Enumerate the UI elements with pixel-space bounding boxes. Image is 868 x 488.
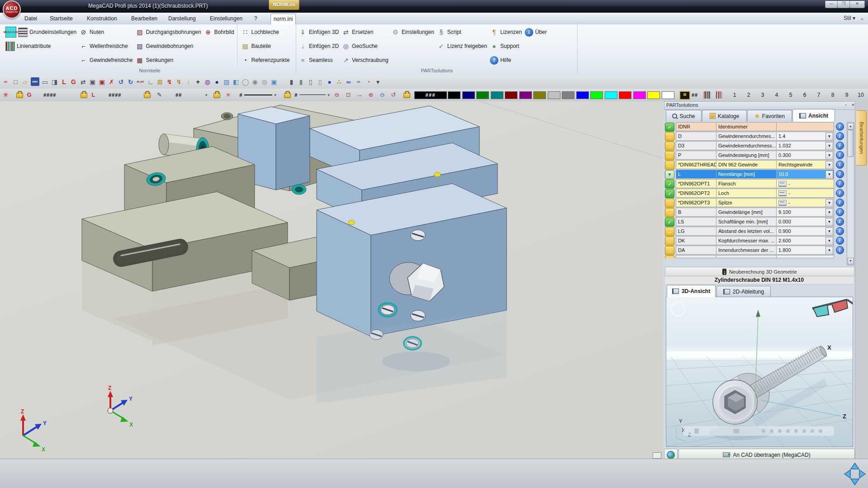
pen-number-7[interactable]: 7: [813, 91, 824, 99]
axes-icon[interactable]: ∟: [147, 77, 154, 86]
value-dropdown-icon[interactable]: ▼: [825, 208, 833, 217]
sphere-ring-icon[interactable]: ◎: [261, 77, 268, 86]
info-button[interactable]: i: [836, 170, 844, 178]
value-dropdown-icon[interactable]: ▼: [825, 218, 833, 226]
param-value[interactable]: [777, 122, 834, 131]
table-row--din962opt3[interactable]: →*DIN962OPT3Spitze-▼i: [665, 198, 846, 207]
line-width-select[interactable]: # ▾: [291, 91, 333, 99]
ribbon-item-einstellungen[interactable]: ⚙Einstellungen: [391, 26, 434, 38]
sphere-dark-icon[interactable]: ●: [213, 77, 221, 86]
ribbon-item-einfügen-2d[interactable]: ↓Einfügen 2D: [299, 40, 339, 52]
ribbon-item-nuten[interactable]: ⊘Nuten: [79, 26, 133, 38]
sphere-net-icon[interactable]: ◍: [204, 77, 211, 86]
ribbon-item-linienattribute[interactable]: Linienattribute: [5, 40, 76, 52]
table-row-l[interactable]: ▼LNennlänge [mm]10.0▼i: [665, 170, 846, 179]
cad-viewport[interactable]: Z Y X Z Y X: [0, 101, 664, 459]
doc-g-icon[interactable]: G: [25, 91, 33, 99]
info-button[interactable]: i: [836, 189, 844, 197]
zoom-out-red-icon[interactable]: ⊖: [333, 91, 341, 99]
info-button[interactable]: i: [836, 123, 844, 131]
param-value[interactable]: 2.600▼: [777, 236, 834, 245]
doc-l-icon[interactable]: L: [60, 77, 68, 86]
param-value[interactable]: 1.4▼: [777, 132, 834, 141]
ribbon-item-senkungen[interactable]: ▦Senkungen: [135, 54, 201, 66]
filter-icon[interactable]: ▼: [665, 170, 674, 179]
arrow-icon[interactable]: →: [665, 227, 674, 236]
close-button[interactable]: ✕: [849, 1, 865, 8]
zoom-in-icon[interactable]: ⊕: [367, 91, 375, 99]
table-row-d[interactable]: →DGewindenenndurchmes...1.4▼i: [665, 132, 846, 141]
ribbon-item-lizenzen[interactable]: ¶Lizenzen: [490, 26, 522, 38]
pen-number-6[interactable]: 6: [799, 91, 810, 99]
palette-swatch-0[interactable]: [448, 91, 460, 99]
table-row--din962opt1[interactable]: ✓*DIN962OPT1Flansch-i: [665, 179, 846, 188]
shade-flat-icon[interactable]: ▯: [307, 77, 314, 86]
chevron-down-icon[interactable]: ▾: [204, 91, 209, 99]
measure-icon[interactable]: +: [194, 77, 202, 86]
more-dropdown-icon[interactable]: ▾: [374, 77, 382, 86]
panel-pin-icon[interactable]: ▫: [843, 102, 849, 108]
table-row-b[interactable]: →BGewindelänge [mm]9.100▼i: [665, 208, 846, 217]
zoom-extents-icon[interactable]: ↔: [356, 91, 364, 99]
ribbon-item-wellenfreistiche[interactable]: ⌐Wellenfreistiche: [79, 40, 133, 52]
pen-number-4[interactable]: 4: [771, 91, 782, 99]
param-value[interactable]: -: [777, 179, 834, 188]
palette-swatch-6[interactable]: [533, 91, 546, 99]
value-dropdown-icon[interactable]: ▼: [825, 161, 833, 169]
value-dropdown-icon[interactable]: ▼: [825, 171, 833, 179]
shade-wire-icon[interactable]: ▮: [288, 77, 295, 86]
style-selector[interactable]: Stil ▾: [844, 15, 855, 21]
cube-2-icon[interactable]: ◧: [232, 77, 240, 86]
add-box-icon[interactable]: ⊞: [156, 77, 164, 86]
opengl-icon[interactable]: ●: [326, 77, 333, 86]
table-row-d3[interactable]: →D3Gewindekerndurchmess...1.032▼i: [665, 141, 846, 150]
tab-favoriten[interactable]: ★ Favoriten: [747, 110, 792, 122]
ribbon-item-über[interactable]: iÜber: [525, 26, 547, 38]
value-dropdown-icon[interactable]: ▼: [825, 227, 833, 236]
doc-transform-icon[interactable]: ⇄: [79, 77, 87, 86]
line-type-select[interactable]: # ▾: [236, 91, 280, 99]
value-dropdown-icon[interactable]: ▼: [825, 246, 833, 255]
ribbon-item-bohrbild[interactable]: ⊕Bohrbild: [204, 26, 234, 38]
arrow-icon[interactable]: →: [665, 161, 674, 170]
lock-icon[interactable]: [284, 93, 291, 98]
ribbon-item-referenzpunkte[interactable]: ◔Referenzpunkte: [241, 54, 290, 66]
param-value[interactable]: -▼: [777, 198, 834, 207]
menu-tab-norm-ini[interactable]: norm.ini: [270, 14, 296, 25]
table-row--din962opt2[interactable]: ✓*DIN962OPT2Loch-i: [665, 189, 846, 198]
pen-field[interactable]: ##: [175, 91, 182, 99]
open-folder-icon[interactable]: ▱: [21, 77, 29, 86]
table-row-ls[interactable]: ✓LSSchaftlänge min. [mm]0.000▼i: [665, 217, 846, 226]
zoom-out-icon[interactable]: ⊖: [378, 91, 386, 99]
hatch-pattern-2-icon[interactable]: [716, 91, 722, 99]
palette-swatch-11[interactable]: [605, 91, 617, 99]
pan-control[interactable]: [844, 463, 866, 485]
palette-swatch-5[interactable]: [519, 91, 532, 99]
pencil-icon[interactable]: ✎: [156, 91, 163, 99]
ribbon-item-gewindebohrungen[interactable]: ▨Gewindebohrungen: [135, 40, 201, 52]
zoom-window-icon[interactable]: ⊡: [344, 91, 352, 99]
param-value[interactable]: 1.800▼: [777, 246, 834, 255]
ribbon-item-durchgangsbohrungen[interactable]: ▨Durchgangsbohrungen: [135, 26, 201, 38]
info-button[interactable]: i: [836, 246, 844, 254]
lock-icon[interactable]: [81, 93, 87, 98]
structure-tree-icon[interactable]: ∴: [335, 77, 343, 86]
arrow-icon[interactable]: →: [665, 208, 674, 217]
palette-swatch-2[interactable]: [476, 91, 489, 99]
screen-colors-icon[interactable]: ▦: [679, 91, 690, 100]
hatch-pattern-icon[interactable]: [704, 91, 711, 99]
shade-smooth-icon[interactable]: ▯: [316, 77, 324, 86]
part-preview-3d[interactable]: X Z Y X Z: [666, 297, 853, 447]
value-dropdown-icon[interactable]: ▼: [825, 199, 833, 207]
palette-swatch-10[interactable]: [590, 91, 603, 99]
menu-darstellung[interactable]: Darstellung: [166, 14, 199, 23]
menu-einstellungen[interactable]: Einstellungen: [207, 14, 245, 23]
info-button[interactable]: i: [836, 132, 844, 140]
ribbon-item-script[interactable]: §Script: [437, 26, 487, 38]
info-button[interactable]: i: [836, 208, 844, 216]
arrow-icon[interactable]: →: [665, 199, 674, 208]
trim-node-icon[interactable]: ↯: [166, 77, 173, 86]
palette-swatch-13[interactable]: [633, 91, 646, 99]
info-button[interactable]: i: [836, 237, 844, 245]
param-value[interactable]: 0.300▼: [777, 151, 834, 160]
